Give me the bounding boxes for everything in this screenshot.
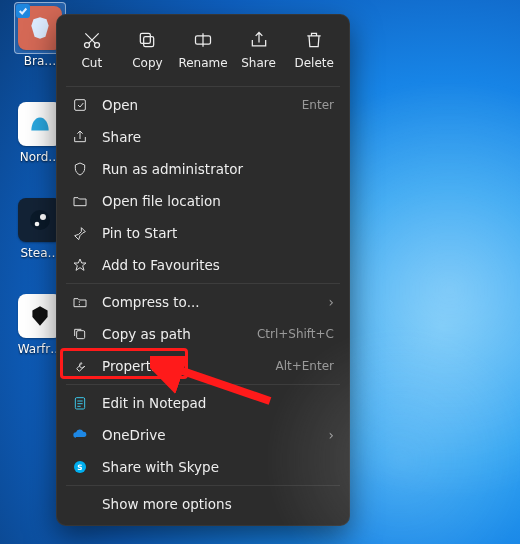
open-icon <box>72 97 88 113</box>
svg-rect-6 <box>141 33 151 43</box>
cut-button[interactable]: Cut <box>65 26 119 74</box>
menu-item-label: Copy as path <box>102 326 243 342</box>
share-icon <box>72 129 88 145</box>
menu-item-open[interactable]: Open Enter <box>56 89 350 121</box>
svg-point-1 <box>40 214 46 220</box>
svg-point-0 <box>30 210 50 230</box>
folder-icon <box>72 193 88 209</box>
copy-icon <box>137 30 157 50</box>
desktop-icon-label: Nord… <box>20 150 61 164</box>
delete-icon <box>304 30 324 50</box>
separator <box>66 86 340 87</box>
pin-icon <box>72 225 88 241</box>
copy-button[interactable]: Copy <box>120 26 174 74</box>
chevron-right-icon: › <box>329 294 334 310</box>
menu-item-label: Share with Skype <box>102 459 334 475</box>
menu-item-hint: Alt+Enter <box>275 359 334 373</box>
nord-icon <box>27 111 53 137</box>
menu-item-label: Open file location <box>102 193 334 209</box>
share-button[interactable]: Share <box>232 26 286 74</box>
svg-text:S: S <box>77 463 82 472</box>
menu-item-label: Share <box>102 129 334 145</box>
menu-item-hint: Enter <box>302 98 334 112</box>
desktop-icon-label: Stea… <box>20 246 59 260</box>
menu-item-compress-to[interactable]: Compress to... › <box>56 286 350 318</box>
warframe-icon <box>27 303 53 329</box>
menu-item-properties[interactable]: Properties Alt+Enter <box>56 350 350 382</box>
svg-point-2 <box>35 222 40 227</box>
menu-item-edit-in-notepad[interactable]: Edit in Notepad <box>56 387 350 419</box>
menu-item-share-with-skype[interactable]: S Share with Skype <box>56 451 350 483</box>
separator <box>66 283 340 284</box>
delete-button[interactable]: Delete <box>287 26 341 74</box>
menu-item-onedrive[interactable]: OneDrive › <box>56 419 350 451</box>
rename-icon <box>193 30 213 50</box>
menu-item-label: Edit in Notepad <box>102 395 334 411</box>
brave-icon <box>27 15 53 41</box>
context-menu: Cut Copy Rename Share Delete Open Enter … <box>56 14 350 526</box>
onedrive-icon <box>72 427 88 443</box>
svg-rect-5 <box>144 37 154 47</box>
rename-button[interactable]: Rename <box>176 26 230 74</box>
check-icon <box>16 4 30 18</box>
menu-item-add-to-favourites[interactable]: Add to Favourites <box>56 249 350 281</box>
menu-item-label: OneDrive <box>102 427 315 443</box>
context-menu-top-actions: Cut Copy Rename Share Delete <box>56 20 350 84</box>
menu-item-pin-to-start[interactable]: Pin to Start <box>56 217 350 249</box>
menu-item-show-more-options[interactable]: Show more options <box>56 488 350 520</box>
menu-item-label: Show more options <box>102 496 334 512</box>
notepad-icon <box>72 395 88 411</box>
top-action-label: Cut <box>81 56 102 70</box>
menu-item-label: Add to Favourites <box>102 257 334 273</box>
menu-item-label: Compress to... <box>102 294 315 310</box>
steam-icon <box>28 208 52 232</box>
cut-icon <box>82 30 102 50</box>
menu-item-hint: Ctrl+Shift+C <box>257 327 334 341</box>
skype-icon: S <box>72 459 88 475</box>
chevron-right-icon: › <box>329 427 334 443</box>
top-action-label: Delete <box>294 56 333 70</box>
menu-item-share[interactable]: Share <box>56 121 350 153</box>
svg-rect-8 <box>75 100 86 111</box>
share-icon <box>249 30 269 50</box>
separator <box>66 485 340 486</box>
blank-icon <box>72 496 88 512</box>
top-action-label: Rename <box>178 56 227 70</box>
path-icon <box>72 326 88 342</box>
menu-item-copy-as-path[interactable]: Copy as path Ctrl+Shift+C <box>56 318 350 350</box>
shield-icon <box>72 161 88 177</box>
menu-item-label: Run as administrator <box>102 161 334 177</box>
top-action-label: Copy <box>132 56 162 70</box>
wrench-icon <box>72 358 88 374</box>
menu-item-run-as-admin[interactable]: Run as administrator <box>56 153 350 185</box>
menu-item-label: Properties <box>102 358 261 374</box>
menu-item-label: Open <box>102 97 288 113</box>
separator <box>66 384 340 385</box>
archive-icon <box>72 294 88 310</box>
menu-item-label: Pin to Start <box>102 225 334 241</box>
desktop-icon-label: Bra… <box>24 54 57 68</box>
svg-rect-9 <box>77 331 85 339</box>
star-icon <box>72 257 88 273</box>
top-action-label: Share <box>241 56 276 70</box>
menu-item-open-file-location[interactable]: Open file location <box>56 185 350 217</box>
